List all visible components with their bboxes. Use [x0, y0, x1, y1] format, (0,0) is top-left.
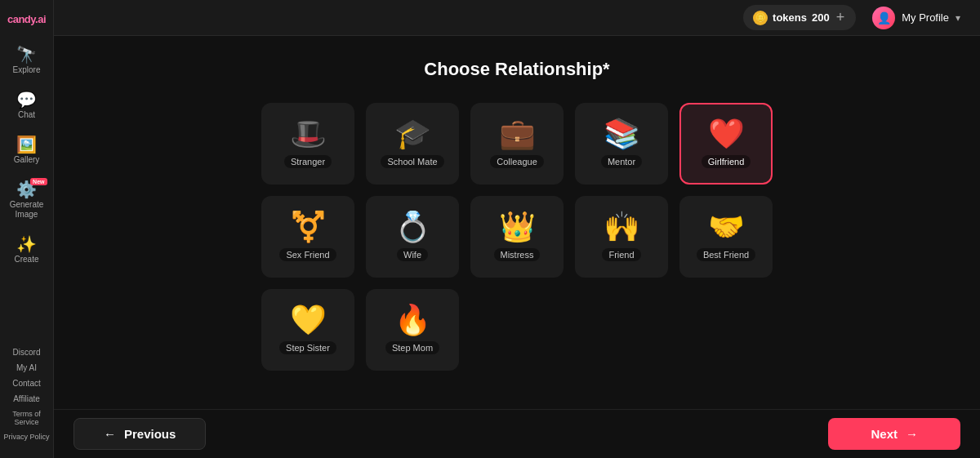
sidebar-affiliate[interactable]: Affiliate [11, 392, 42, 406]
rel-label-girlfriend: Girlfriend [702, 155, 751, 168]
rel-label-stranger: Stranger [284, 155, 332, 168]
rel-label-school-mate: School Mate [381, 155, 443, 168]
sidebar-bottom: Discord My AI Contact Affiliate Terms of… [0, 345, 53, 450]
sidebar-discord[interactable]: Discord [11, 345, 43, 359]
gallery-icon: 🖼️ [16, 136, 37, 153]
relationship-grid: 🎩Stranger🎓School Mate💼Colleague📚Mentor❤️… [261, 103, 773, 371]
rel-card-sex-friend[interactable]: ⚧️Sex Friend [261, 196, 354, 278]
new-badge: New [30, 178, 47, 185]
sidebar-label-generate: GenerateImage [10, 200, 44, 220]
profile-button[interactable]: 👤 My Profile ▾ [866, 3, 967, 33]
next-arrow-icon: → [906, 427, 918, 441]
sidebar-item-create[interactable]: ✨ Create [3, 229, 51, 271]
sidebar-item-generate[interactable]: New ⚙️ GenerateImage [3, 175, 51, 226]
rel-label-mistress: Mistress [494, 248, 541, 261]
navigation-buttons: ← Previous Next → [54, 409, 980, 458]
profile-label: My Profile [902, 11, 949, 24]
rel-card-colleague[interactable]: 💼Colleague [470, 103, 564, 185]
rel-card-stranger[interactable]: 🎩Stranger [261, 103, 354, 185]
rel-card-mistress[interactable]: 👑Mistress [470, 196, 564, 278]
rel-card-wife[interactable]: 💍Wife [366, 196, 459, 278]
rel-emoji-wife: 💍 [394, 212, 431, 242]
rel-label-sex-friend: Sex Friend [279, 248, 336, 261]
sidebar-item-chat[interactable]: 💬 Chat [3, 85, 51, 127]
rel-emoji-girlfriend: ❤️ [708, 119, 745, 149]
sidebar-tos[interactable]: Terms of Service [0, 407, 53, 429]
rel-card-girlfriend[interactable]: ❤️Girlfriend [679, 103, 773, 185]
sidebar-label-explore: Explore [13, 65, 41, 75]
rel-card-step-mom[interactable]: 🔥Step Mom [366, 289, 459, 371]
sidebar: candy.ai 🔭 Explore 💬 Chat 🖼️ Gallery New… [0, 0, 54, 458]
rel-emoji-best-friend: 🤝 [708, 212, 745, 242]
rel-label-mentor: Mentor [601, 155, 642, 168]
rel-emoji-step-sister: 💛 [290, 305, 327, 335]
rel-card-step-sister[interactable]: 💛Step Sister [261, 289, 354, 371]
rel-label-wife: Wife [397, 248, 428, 261]
rel-emoji-sex-friend: ⚧️ [290, 212, 327, 242]
sidebar-label-chat: Chat [18, 110, 35, 120]
sidebar-privacy[interactable]: Privacy Policy [1, 430, 51, 443]
chat-icon: 💬 [16, 91, 37, 108]
header: 🪙 tokens 200 + 👤 My Profile ▾ [54, 0, 980, 36]
rel-card-school-mate[interactable]: 🎓School Mate [366, 103, 459, 185]
chevron-down-icon: ▾ [956, 12, 960, 24]
page-title: Choose Relationship* [424, 59, 609, 80]
tokens-label: tokens [773, 11, 807, 24]
sidebar-item-explore[interactable]: 🔭 Explore [3, 40, 51, 82]
rel-emoji-mentor: 📚 [604, 119, 640, 149]
sidebar-item-gallery[interactable]: 🖼️ Gallery [3, 130, 51, 171]
rel-emoji-school-mate: 🎓 [394, 119, 431, 149]
tokens-count: 200 [812, 11, 830, 24]
rel-label-colleague: Colleague [490, 155, 544, 168]
rel-emoji-friend: 🙌 [604, 212, 640, 242]
coin-icon: 🪙 [753, 11, 768, 25]
sidebar-label-gallery: Gallery [14, 155, 40, 165]
next-button[interactable]: Next → [828, 418, 960, 450]
rel-emoji-colleague: 💼 [499, 119, 536, 149]
rel-label-step-sister: Step Sister [279, 341, 336, 354]
rel-card-best-friend[interactable]: 🤝Best Friend [679, 196, 773, 278]
logo-text: candy.ai [7, 13, 46, 25]
rel-card-mentor[interactable]: 📚Mentor [575, 103, 668, 185]
avatar: 👤 [872, 7, 895, 29]
rel-label-best-friend: Best Friend [697, 248, 755, 261]
main-content: Choose Relationship* 🎩Stranger🎓School Ma… [54, 36, 980, 458]
rel-emoji-mistress: 👑 [499, 212, 536, 242]
prev-arrow-icon: ← [104, 427, 116, 441]
rel-emoji-stranger: 🎩 [290, 119, 327, 149]
previous-button[interactable]: ← Previous [74, 418, 206, 450]
rel-label-step-mom: Step Mom [385, 341, 439, 354]
rel-emoji-step-mom: 🔥 [394, 305, 431, 335]
rel-label-friend: Friend [602, 248, 640, 261]
sidebar-contact[interactable]: Contact [10, 376, 42, 390]
sidebar-label-create: Create [14, 255, 38, 265]
sidebar-my-ai[interactable]: My AI [14, 361, 39, 375]
add-tokens-button[interactable]: + [835, 9, 847, 26]
rel-card-friend[interactable]: 🙌Friend [575, 196, 668, 278]
tokens-badge: 🪙 tokens 200 + [743, 5, 856, 30]
app-logo: candy.ai [4, 8, 49, 37]
explore-icon: 🔭 [16, 47, 37, 63]
create-icon: ✨ [16, 236, 37, 252]
